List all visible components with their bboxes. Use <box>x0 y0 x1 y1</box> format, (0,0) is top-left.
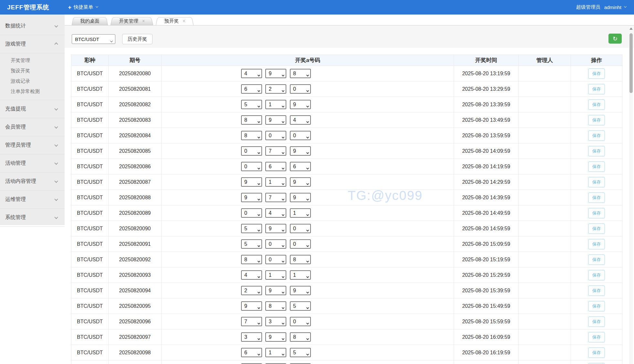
draw-number-select-2[interactable]: 2 <box>265 84 286 94</box>
draw-number-select-1[interactable]: 5 <box>241 224 262 233</box>
draw-number-select-1[interactable]: 0 <box>241 162 262 171</box>
draw-number-select-2[interactable]: 0 <box>265 239 286 249</box>
draw-number-select-3[interactable]: 6 <box>290 162 311 171</box>
close-icon[interactable]: × <box>142 18 145 24</box>
draw-number-select-3[interactable]: 9 <box>290 100 311 109</box>
draw-number-select-1[interactable]: 4 <box>241 270 262 280</box>
draw-number-select-1[interactable]: 8 <box>241 255 262 264</box>
draw-number-select-1[interactable]: 0 <box>241 208 262 218</box>
history-draw-button[interactable]: 历史开奖 <box>122 34 153 44</box>
draw-number-select-1[interactable]: 9 <box>241 177 262 187</box>
draw-number-select-3[interactable]: 4 <box>290 115 311 125</box>
save-button[interactable]: 保存 <box>588 84 605 94</box>
sidebar-item-preset-draw[interactable]: 预设开奖 <box>0 66 65 76</box>
draw-number-select-2[interactable]: 4 <box>265 208 286 218</box>
draw-number-select-2[interactable]: 3 <box>265 317 286 326</box>
sidebar-item-game-management[interactable]: 游戏管理 <box>0 35 65 53</box>
save-button[interactable]: 保存 <box>588 301 605 311</box>
draw-number-select-1[interactable]: 6 <box>241 84 262 94</box>
draw-number-select-3[interactable]: 0 <box>290 239 311 249</box>
draw-number-select-1[interactable]: 3 <box>241 332 262 342</box>
save-button[interactable]: 保存 <box>588 115 605 125</box>
draw-number-select-3[interactable]: 8 <box>290 332 311 342</box>
tab-draw-management[interactable]: 开奖管理× <box>111 16 153 25</box>
draw-number-select-3[interactable]: 9 <box>290 146 311 156</box>
draw-number-select-2[interactable]: 9 <box>265 332 286 342</box>
draw-number-select-3[interactable]: 5 <box>290 301 311 311</box>
draw-number-select-2[interactable]: 9 <box>265 115 286 125</box>
save-button[interactable]: 保存 <box>588 68 605 79</box>
draw-number-select-2[interactable]: 9 <box>265 224 286 233</box>
refresh-button[interactable]: ↻ <box>608 34 622 44</box>
draw-number-select-3[interactable]: 1 <box>290 208 311 218</box>
draw-number-select-3[interactable]: 0 <box>290 317 311 326</box>
save-button[interactable]: 保存 <box>588 208 605 218</box>
save-button[interactable]: 保存 <box>588 332 605 342</box>
draw-number-select-1[interactable]: 7 <box>241 317 262 326</box>
draw-number-select-2[interactable]: 9 <box>265 286 286 295</box>
save-button[interactable]: 保存 <box>588 192 605 203</box>
draw-number-select-2[interactable]: 6 <box>265 162 286 171</box>
draw-number-select-2[interactable]: 7 <box>265 146 286 156</box>
draw-number-select-1[interactable]: 0 <box>241 146 262 156</box>
draw-number-select-2[interactable]: 0 <box>265 131 286 140</box>
tab-my-desktop[interactable]: 我的桌面 <box>72 16 108 25</box>
draw-number-select-3[interactable]: 0 <box>290 84 311 94</box>
draw-number-select-1[interactable]: 9 <box>241 301 262 311</box>
draw-number-select-3[interactable]: 9 <box>290 193 311 202</box>
quick-menu-button[interactable]: + 快捷菜单 <box>68 4 98 10</box>
close-icon[interactable]: × <box>183 18 185 24</box>
draw-number-select-2[interactable]: 9 <box>265 69 286 78</box>
draw-number-select-1[interactable]: 5 <box>241 100 262 109</box>
scrollbar-thumb[interactable] <box>629 33 633 93</box>
save-button[interactable]: 保存 <box>588 363 605 364</box>
save-button[interactable]: 保存 <box>588 99 605 110</box>
save-button[interactable]: 保存 <box>588 286 605 296</box>
draw-number-select-1[interactable]: 6 <box>241 348 262 357</box>
save-button[interactable]: 保存 <box>588 177 605 187</box>
draw-number-select-1[interactable]: 2 <box>241 286 262 295</box>
scroll-up-icon[interactable] <box>629 27 633 30</box>
draw-number-select-1[interactable]: 9 <box>241 193 262 202</box>
sidebar-item-deposit-withdraw[interactable]: 充值提现 <box>0 100 65 118</box>
save-button[interactable]: 保存 <box>588 239 605 249</box>
tab-pre-draw[interactable]: 预开奖× <box>156 16 194 25</box>
sidebar-item-draw-management[interactable]: 开奖管理 <box>0 55 65 66</box>
draw-number-select-2[interactable]: 0 <box>265 255 286 264</box>
save-button[interactable]: 保存 <box>588 348 605 358</box>
save-button[interactable]: 保存 <box>588 317 605 327</box>
sidebar-item-system-management[interactable]: 系统管理 <box>0 209 65 227</box>
sidebar-item-activity-content[interactable]: 活动内容管理 <box>0 172 65 191</box>
draw-number-select-1[interactable]: 8 <box>241 131 262 140</box>
draw-number-select-1[interactable]: 8 <box>241 115 262 125</box>
draw-number-select-2[interactable]: 1 <box>265 100 286 109</box>
draw-number-select-3[interactable]: 8 <box>290 69 311 78</box>
save-button[interactable]: 保存 <box>588 255 605 265</box>
save-button[interactable]: 保存 <box>588 224 605 234</box>
draw-number-select-2[interactable]: 1 <box>265 270 286 280</box>
sidebar-item-ops-management[interactable]: 运维管理 <box>0 191 65 209</box>
sidebar-item-member-management[interactable]: 会员管理 <box>0 118 65 136</box>
draw-number-select-3[interactable]: 9 <box>290 177 311 187</box>
draw-number-select-2[interactable]: 1 <box>265 177 286 187</box>
save-button[interactable]: 保存 <box>588 270 605 280</box>
draw-number-select-1[interactable]: 4 <box>241 69 262 78</box>
draw-number-select-3[interactable]: 9 <box>290 286 311 295</box>
draw-number-select-3[interactable]: 8 <box>290 255 311 264</box>
sidebar-item-activity-management[interactable]: 活动管理 <box>0 154 65 172</box>
lottery-pair-select[interactable]: BTC/USDT <box>72 34 115 44</box>
save-button[interactable]: 保存 <box>588 161 605 172</box>
sidebar-item-game-records[interactable]: 游戏记录 <box>0 76 65 86</box>
draw-number-select-2[interactable]: 8 <box>265 301 286 311</box>
draw-number-select-3[interactable]: 0 <box>290 224 311 233</box>
draw-number-select-3[interactable]: 5 <box>290 348 311 357</box>
sidebar-item-data-stats[interactable]: 数据统计 <box>0 17 65 35</box>
draw-number-select-2[interactable]: 7 <box>265 193 286 202</box>
save-button[interactable]: 保存 <box>588 146 605 156</box>
draw-number-select-3[interactable]: 0 <box>290 131 311 140</box>
draw-number-select-1[interactable]: 5 <box>241 239 262 249</box>
sidebar-item-admin-management[interactable]: 管理员管理 <box>0 136 65 154</box>
draw-number-select-3[interactable]: 1 <box>290 270 311 280</box>
save-button[interactable]: 保存 <box>588 130 605 141</box>
user-menu[interactable]: 超级管理员 adminht <box>576 0 626 15</box>
